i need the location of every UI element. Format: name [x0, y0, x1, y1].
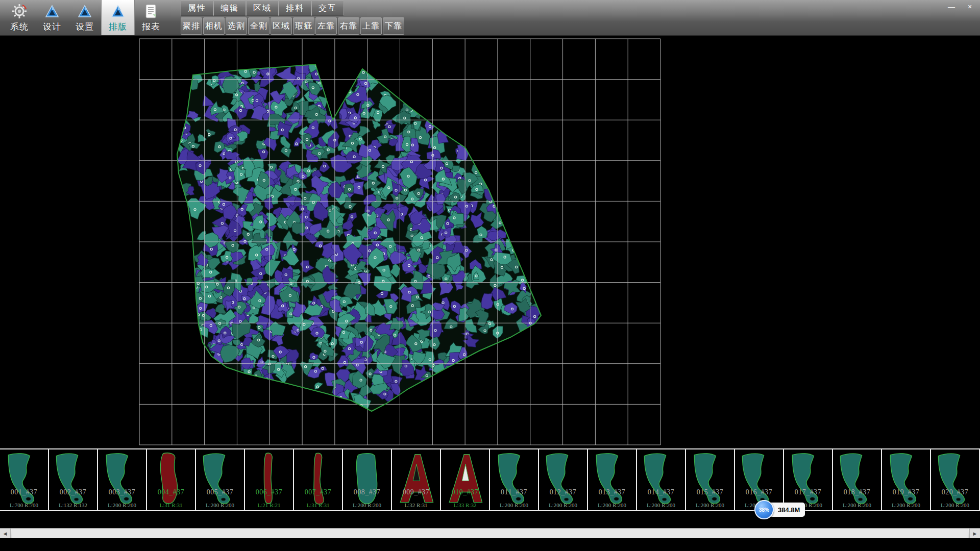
tool-button-区域[interactable]: 区域	[271, 17, 292, 35]
progress-circle: 38%	[754, 500, 774, 519]
part-lr-count: L:700 R:700	[0, 502, 48, 508]
part-shape-icon	[295, 450, 341, 510]
menu-tab-交互[interactable]: 交互	[311, 1, 344, 16]
part-id: 016_#37	[735, 488, 783, 496]
part-id: 001_#37	[0, 488, 48, 496]
part-shape-icon	[638, 450, 684, 510]
part-thumbnail-002_#37[interactable]: 002_#37L:132 R:132	[49, 449, 98, 510]
part-lr-count: L:200 R:200	[882, 502, 930, 508]
part-thumbnail-009_#37[interactable]: 009_#37L:32 R:31	[392, 449, 441, 510]
part-id: 013_#37	[588, 488, 636, 496]
scroll-right-arrow[interactable]: ▶	[969, 529, 980, 538]
part-thumbnail-017_#37[interactable]: 017_#37L:200 R:200	[784, 449, 833, 510]
app-button-设计[interactable]: 设计	[36, 0, 68, 35]
nesting-svg[interactable]	[0, 36, 980, 448]
memory-label: 384.8M	[778, 506, 800, 514]
app-button-排版[interactable]: 排版	[101, 0, 135, 35]
scroll-left-arrow[interactable]: ◀	[0, 529, 11, 538]
part-shape-icon	[50, 450, 96, 510]
app-button-label: 排版	[109, 21, 127, 33]
part-shape-icon	[589, 450, 635, 510]
part-lr-count: L:200 R:200	[490, 502, 538, 508]
part-shape-icon	[883, 450, 929, 510]
part-lr-count: L:31 R:31	[294, 502, 342, 508]
application-window: 系统设计设置排版报表 属性编辑区域排料交互 聚排相机选割全割区域瑕疵左靠右靠上靠…	[0, 0, 980, 551]
part-thumbnail-007_#37[interactable]: 007_#37L:31 R:31	[294, 449, 343, 510]
menu-tab-编辑[interactable]: 编辑	[213, 1, 246, 16]
app-button-label: 设计	[43, 21, 61, 33]
app-button-设置[interactable]: 设置	[68, 0, 101, 35]
part-thumbnail-015_#37[interactable]: 015_#37L:200 R:200	[686, 449, 735, 510]
part-lr-count: L:200 R:200	[588, 502, 636, 508]
app-button-系统[interactable]: 系统	[3, 0, 36, 35]
tool-button-选割[interactable]: 选割	[226, 17, 247, 35]
bottom-padding	[0, 538, 980, 551]
part-id: 002_#37	[49, 488, 97, 496]
part-shape-icon	[1, 450, 47, 510]
report-icon	[143, 3, 159, 19]
part-shape-icon	[687, 450, 733, 510]
part-shape-icon	[491, 450, 537, 510]
tool-button-左靠[interactable]: 左靠	[315, 17, 337, 35]
part-thumbnail-019_#37[interactable]: 019_#37L:200 R:200	[882, 449, 931, 510]
part-id: 003_#37	[98, 488, 146, 496]
part-id: 005_#37	[196, 488, 244, 496]
part-lr-count: L:31 R:31	[147, 502, 195, 508]
menu-tabs: 属性编辑区域排料交互	[181, 1, 404, 16]
tool-button-下靠[interactable]: 下靠	[383, 17, 404, 35]
tool-buttons: 聚排相机选割全割区域瑕疵左靠右靠上靠下靠	[181, 16, 404, 35]
part-shape-icon	[148, 450, 194, 510]
bottom-gap	[0, 511, 980, 528]
part-thumbnail-013_#37[interactable]: 013_#37L:200 R:200	[588, 449, 637, 510]
app-button-label: 设置	[76, 21, 94, 33]
part-shape-icon	[344, 450, 390, 510]
part-thumbnail-001_#37[interactable]: 001_#37L:700 R:700	[0, 449, 49, 510]
horizontal-scrollbar[interactable]: ◀ ▶	[0, 528, 980, 538]
nesting-canvas[interactable]	[0, 36, 980, 448]
scrollbar-track[interactable]	[11, 529, 969, 538]
part-thumbnail-006_#37[interactable]: 006_#37L:21 R:21	[245, 449, 294, 510]
close-button[interactable]: ×	[964, 2, 976, 11]
tool-button-全割[interactable]: 全割	[248, 17, 270, 35]
tool-button-瑕疵[interactable]: 瑕疵	[293, 17, 314, 35]
part-thumbnail-005_#37[interactable]: 005_#37L:200 R:200	[196, 449, 245, 510]
app-button-报表[interactable]: 报表	[135, 0, 167, 35]
part-id: 010_#37	[441, 488, 489, 496]
part-thumbnail-004_#37[interactable]: 004_#37L:31 R:31	[147, 449, 196, 510]
part-lr-count: L:32 R:31	[392, 502, 440, 508]
menu-tab-属性[interactable]: 属性	[181, 1, 213, 16]
part-thumbnail-018_#37[interactable]: 018_#37L:200 R:200	[833, 449, 882, 510]
part-lr-count: L:200 R:200	[539, 502, 587, 508]
part-thumbnail-011_#37[interactable]: 011_#37L:200 R:200	[490, 449, 539, 510]
menu-tab-排料[interactable]: 排料	[279, 1, 311, 16]
part-id: 015_#37	[686, 488, 734, 496]
app-button-label: 系统	[10, 21, 29, 33]
part-thumbnail-003_#37[interactable]: 003_#37L:200 R:200	[98, 449, 147, 510]
parts-strip: 001_#37L:700 R:700002_#37L:132 R:132003_…	[0, 448, 980, 511]
part-thumbnail-020_#37[interactable]: 020_#37L:200 R:200	[931, 449, 980, 510]
part-lr-count: L:200 R:200	[686, 502, 734, 508]
part-lr-count: L:21 R:21	[245, 502, 293, 508]
minimize-button[interactable]: —	[945, 2, 958, 11]
part-lr-count: L:200 R:200	[931, 502, 979, 508]
app-buttons: 系统设计设置排版报表	[0, 0, 167, 35]
part-thumbnail-012_#37[interactable]: 012_#37L:200 R:200	[539, 449, 588, 510]
part-lr-count: L:132 R:132	[49, 502, 97, 508]
part-lr-count: L:200 R:200	[98, 502, 146, 508]
design-icon	[44, 3, 60, 19]
part-lr-count: L:200 R:200	[833, 502, 881, 508]
tool-button-右靠[interactable]: 右靠	[338, 17, 359, 35]
scrollbar-thumb[interactable]	[12, 529, 968, 538]
part-lr-count: L:200 R:200	[637, 502, 685, 508]
menu-tab-区域[interactable]: 区域	[246, 1, 279, 16]
tool-button-相机[interactable]: 相机	[203, 17, 225, 35]
app-button-label: 报表	[142, 21, 160, 33]
part-shape-icon	[197, 450, 243, 510]
part-id: 012_#37	[539, 488, 587, 496]
part-shape-icon	[932, 450, 978, 510]
tool-button-上靠[interactable]: 上靠	[360, 17, 382, 35]
part-thumbnail-010_#37[interactable]: 010_#37L:33 R:32	[441, 449, 490, 510]
part-thumbnail-008_#37[interactable]: 008_#37L:200 R:200	[343, 449, 392, 510]
tool-button-聚排[interactable]: 聚排	[181, 17, 202, 35]
part-thumbnail-014_#37[interactable]: 014_#37L:200 R:200	[637, 449, 686, 510]
